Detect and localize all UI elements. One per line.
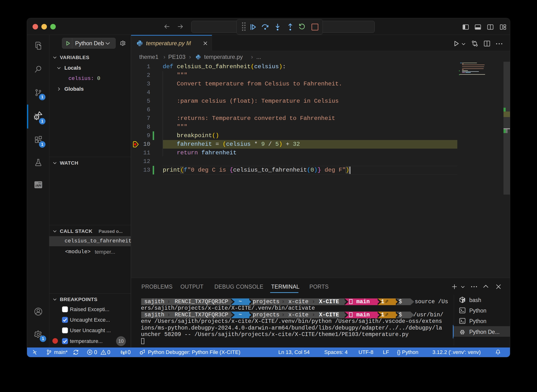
svg-text:/API: /API xyxy=(35,184,41,187)
svg-text:$: $ xyxy=(463,300,464,302)
